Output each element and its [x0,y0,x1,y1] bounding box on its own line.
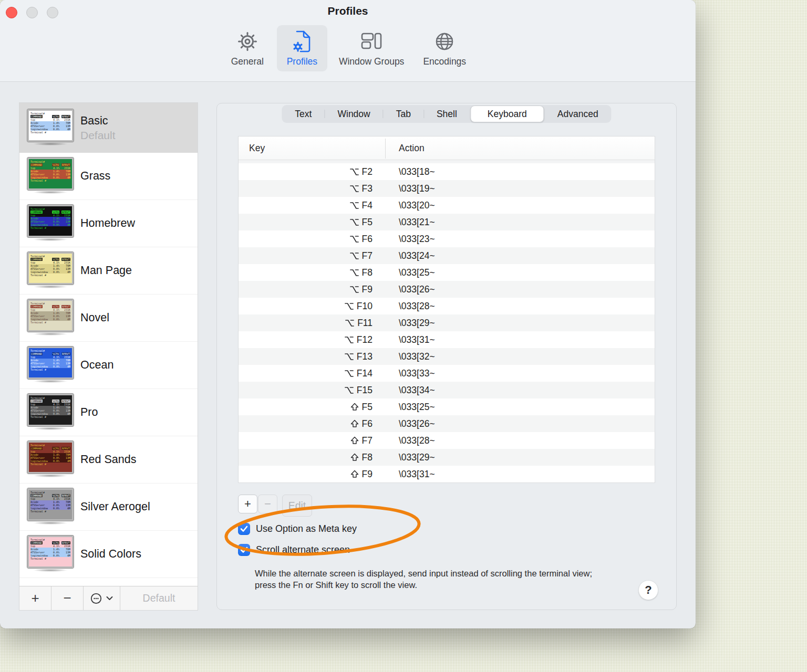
option-key-icon [350,218,359,226]
key-cell: F15 [239,385,386,396]
profile-item-novel[interactable]: Terminal#COMMAND%CPURPRVTtop4.1%231KXcod… [19,295,198,342]
profile-item-ocean[interactable]: Terminal#COMMAND%CPURPRVTtop4.1%231KXcod… [19,342,198,389]
profile-thumbnail: Terminal#COMMAND%CPURPRVTtop4.1%231KXcod… [27,252,74,289]
profile-thumbnail: Terminal#COMMAND%CPURPRVTtop4.1%231KXcod… [27,205,74,242]
option-key-icon [350,202,359,209]
scroll-alternate-screen-checkbox[interactable] [238,544,250,556]
table-row[interactable]: F9 \033[31~ [239,466,655,482]
profile-item-solid-colors[interactable]: Terminal#COMMAND%CPURPRVTtop4.1%231KXcod… [19,531,198,578]
profile-item-basic[interactable]: Terminal#COMMAND%CPURPRVTtop4.1%231KXcod… [19,103,198,153]
table-row[interactable]: F7 \033[24~ [239,247,655,264]
action-cell: \033[33~ [386,368,655,379]
preferences-toolbar: General Profiles Window Groups Encodings [0,25,696,71]
profile-thumbnail: Terminal#COMMAND%CPURPRVTtop4.1%231KXcod… [27,158,74,195]
shift-key-icon [350,436,359,445]
toolbar-item-general[interactable]: General [222,25,273,71]
column-header-key[interactable]: Key [239,143,386,154]
add-profile-button[interactable]: + [19,586,51,610]
option-key-icon [345,353,354,361]
option-key-icon [345,386,354,394]
key-cell: F9 [239,284,386,295]
toolbar-item-window-groups[interactable]: Window Groups [332,25,412,71]
tab-shell[interactable]: Shell [424,106,470,122]
profile-item-red-sands[interactable]: Terminal#COMMAND%CPURPRVTtop4.1%231KXcod… [19,436,198,484]
key-cell: F11 [239,318,386,329]
key-cell: F14 [239,368,386,379]
add-key-mapping-button[interactable]: + [238,495,257,513]
checkmark-icon [240,547,248,553]
tab-text[interactable]: Text [282,106,324,122]
profile-item-pro[interactable]: Terminal#COMMAND%CPURPRVTtop4.1%231KXcod… [19,389,198,436]
profile-item-silver-aerogel[interactable]: Terminal#COMMAND%CPURPRVTtop4.1%231KXcod… [19,484,198,531]
key-label: F6 [362,418,373,429]
titlebar: Profiles General Profiles Window Groups [0,0,696,82]
table-row[interactable]: F8 \033[29~ [239,449,655,466]
table-row[interactable]: F9 \033[26~ [239,281,655,298]
alternate-screen-help-text: While the alternate screen is displayed,… [255,568,608,591]
profile-name: Basic [80,114,116,128]
option-key-icon [350,252,359,260]
default-profile-button[interactable]: Default [120,586,198,610]
table-row[interactable]: F5 \033[25~ [239,398,655,415]
profile-list: Terminal#COMMAND%CPURPRVTtop4.1%231KXcod… [19,103,198,578]
table-row[interactable]: F6 \033[23~ [239,230,655,247]
table-row[interactable]: F7 \033[28~ [239,432,655,449]
toolbar-item-profiles[interactable]: Profiles [277,25,327,71]
profile-more-options-button[interactable] [84,586,120,610]
table-row[interactable]: F13 \033[32~ [239,348,655,365]
table-row[interactable]: F12 \033[31~ [239,331,655,348]
key-label: F7 [362,250,373,261]
tab-window[interactable]: Window [325,106,382,122]
key-label: F6 [362,234,373,245]
globe-icon [434,29,455,54]
key-cell: F10 [239,301,386,312]
key-cell: F5 [239,402,386,413]
key-cell: F3 [239,183,386,194]
table-row[interactable]: F15 \033[34~ [239,382,655,398]
profile-name: Silver Aerogel [80,500,150,513]
table-row[interactable]: F5 \033[21~ [239,214,655,230]
profile-item-man-page[interactable]: Terminal#COMMAND%CPURPRVTtop4.1%231KXcod… [19,247,198,295]
toolbar-item-label: Window Groups [339,56,405,67]
key-cell: F6 [239,418,386,429]
table-row[interactable]: F10 \033[28~ [239,298,655,314]
window-groups-icon [361,29,382,54]
tab-keyboard[interactable]: Keyboard [470,106,544,122]
key-cell: F5 [239,217,386,228]
profile-name: Man Page [80,264,132,277]
table-row[interactable]: F6 \033[26~ [239,415,655,432]
profile-default-badge: Default [80,129,116,142]
key-label: F9 [362,469,373,480]
action-cell: \033[26~ [386,418,655,429]
table-row[interactable]: F14 \033[33~ [239,365,655,382]
tab-tab[interactable]: Tab [384,106,423,122]
remove-profile-button[interactable]: − [51,586,84,610]
tab-advanced[interactable]: Advanced [545,106,611,122]
key-cell: F13 [239,351,386,362]
use-option-as-meta-checkbox[interactable] [238,523,250,535]
action-cell: \033[25~ [386,402,655,413]
action-cell: \033[24~ [386,250,655,261]
column-header-action[interactable]: Action [386,143,655,154]
profile-name: Grass [80,170,110,183]
table-row[interactable]: F8 \033[25~ [239,264,655,281]
action-cell: \033[32~ [386,351,655,362]
shift-key-icon [350,403,359,411]
profile-item-grass[interactable]: Terminal#COMMAND%CPURPRVTtop4.1%231KXcod… [19,153,198,200]
table-row[interactable]: F2 \033[18~ [239,163,655,180]
table-row[interactable]: F3 \033[19~ [239,180,655,197]
table-row[interactable]: F4 \033[20~ [239,197,655,214]
option-key-icon [350,235,359,243]
table-row[interactable]: F11 \033[29~ [239,314,655,331]
sidebar-action-bar: + − Default [19,586,198,610]
key-label: F5 [362,217,373,228]
use-option-as-meta-label: Use Option as Meta key [256,523,357,534]
edit-key-mapping-button[interactable]: Edit [282,495,312,517]
help-button[interactable]: ? [638,580,658,600]
toolbar-item-encodings[interactable]: Encodings [416,25,473,71]
profile-item-homebrew[interactable]: Terminal#COMMAND%CPURPRVTtop4.1%231KXcod… [19,200,198,247]
option-key-icon [345,370,354,377]
remove-key-mapping-button[interactable]: − [258,495,277,513]
action-cell: \033[29~ [386,452,655,463]
key-label: F4 [362,200,373,211]
